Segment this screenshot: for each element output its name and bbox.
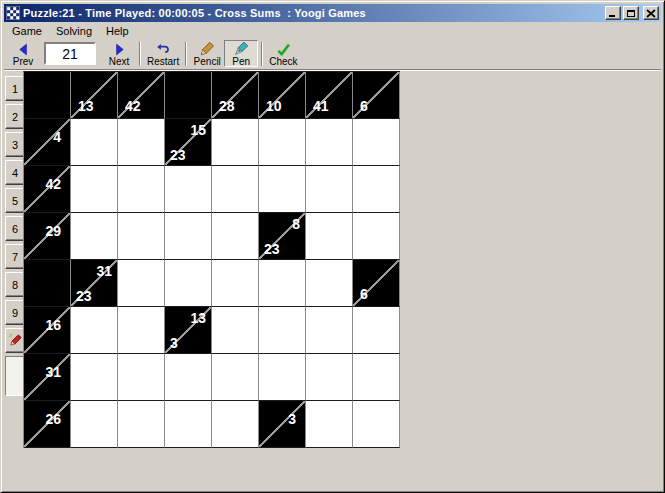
prev-button[interactable]: Prev bbox=[6, 40, 40, 67]
palette-blank-button[interactable] bbox=[5, 356, 25, 396]
grid-cell[interactable] bbox=[306, 401, 353, 448]
palette-button-1[interactable]: 1 bbox=[5, 76, 25, 101]
grid-cell[interactable] bbox=[118, 166, 165, 213]
menu-bar: Game Solving Help bbox=[4, 22, 661, 39]
menu-help[interactable]: Help bbox=[99, 23, 136, 39]
grid-cell[interactable] bbox=[353, 401, 400, 448]
maximize-icon bbox=[627, 10, 635, 17]
palette-button-3[interactable]: 3 bbox=[5, 132, 25, 157]
grid-clue-cell: 13 bbox=[71, 72, 118, 119]
across-clue: 42 bbox=[45, 177, 61, 191]
close-button[interactable] bbox=[643, 6, 659, 20]
check-button[interactable]: Check bbox=[266, 40, 300, 67]
grid-black-cell bbox=[24, 72, 71, 119]
pencil-button[interactable]: Pencil bbox=[190, 40, 224, 67]
grid-clue-cell: 3123 bbox=[71, 260, 118, 307]
grid-cell[interactable] bbox=[165, 354, 212, 401]
grid-cell[interactable] bbox=[353, 166, 400, 213]
grid-clue-cell: 29 bbox=[24, 213, 71, 260]
palette-button-8[interactable]: 8 bbox=[5, 272, 25, 297]
down-clue: 3 bbox=[170, 336, 178, 350]
grid-cell[interactable] bbox=[71, 213, 118, 260]
grid-cell[interactable] bbox=[306, 307, 353, 354]
grid-cell[interactable] bbox=[212, 307, 259, 354]
minimize-button[interactable] bbox=[605, 6, 621, 20]
grid-cell[interactable] bbox=[353, 354, 400, 401]
grid-cell[interactable] bbox=[118, 307, 165, 354]
toolbar-separator bbox=[139, 42, 141, 66]
across-clue: 13 bbox=[190, 311, 206, 325]
grid-cell[interactable] bbox=[71, 401, 118, 448]
menu-solving[interactable]: Solving bbox=[49, 23, 99, 39]
grid-clue-cell: 31 bbox=[24, 354, 71, 401]
grid-cell[interactable] bbox=[259, 307, 306, 354]
palette-button-6[interactable]: 6 bbox=[5, 216, 25, 241]
grid-cell[interactable] bbox=[71, 354, 118, 401]
grid-cell[interactable] bbox=[353, 119, 400, 166]
grid-clue-cell: 4 bbox=[24, 119, 71, 166]
across-clue: 29 bbox=[45, 224, 61, 238]
grid-cell[interactable] bbox=[71, 307, 118, 354]
grid-black-cell bbox=[24, 260, 71, 307]
toolbar-separator bbox=[185, 42, 187, 66]
grid-cell[interactable] bbox=[306, 119, 353, 166]
down-clue: 42 bbox=[125, 99, 141, 113]
red-pencil-icon bbox=[8, 333, 23, 348]
grid-cell[interactable] bbox=[306, 354, 353, 401]
grid-cell[interactable] bbox=[212, 166, 259, 213]
grid-cell[interactable] bbox=[212, 354, 259, 401]
title-bar: Puzzle:21 - Time Played: 00:00:05 - Cros… bbox=[4, 4, 661, 22]
down-clue: 23 bbox=[264, 242, 280, 256]
grid-cell[interactable] bbox=[118, 119, 165, 166]
grid-cell[interactable] bbox=[212, 260, 259, 307]
grid-clue-cell: 42 bbox=[24, 166, 71, 213]
across-clue: 15 bbox=[190, 123, 206, 137]
grid-cell[interactable] bbox=[306, 166, 353, 213]
across-clue: 31 bbox=[96, 264, 112, 278]
palette-pencil-button[interactable] bbox=[5, 328, 25, 353]
grid-cell[interactable] bbox=[259, 354, 306, 401]
grid-cell[interactable] bbox=[118, 213, 165, 260]
grid-cell[interactable] bbox=[353, 307, 400, 354]
grid-cell[interactable] bbox=[212, 119, 259, 166]
minimize-icon bbox=[609, 15, 615, 17]
palette-button-7[interactable]: 7 bbox=[5, 244, 25, 269]
grid-cell[interactable] bbox=[353, 213, 400, 260]
across-clue: 4 bbox=[53, 130, 61, 144]
palette-button-9[interactable]: 9 bbox=[5, 300, 25, 325]
down-clue: 13 bbox=[78, 99, 94, 113]
menu-game[interactable]: Game bbox=[5, 23, 49, 39]
grid-cell[interactable] bbox=[212, 401, 259, 448]
blue-left-triangle-icon bbox=[17, 40, 30, 56]
next-button[interactable]: Next bbox=[102, 40, 136, 67]
down-clue: 23 bbox=[76, 289, 92, 303]
palette-button-5[interactable]: 5 bbox=[5, 188, 25, 213]
puzzle-number-input[interactable] bbox=[44, 42, 96, 65]
across-clue: 16 bbox=[45, 318, 61, 332]
grid-cell[interactable] bbox=[118, 260, 165, 307]
grid-cell[interactable] bbox=[306, 260, 353, 307]
grid-cell[interactable] bbox=[259, 119, 306, 166]
grid-cell[interactable] bbox=[165, 213, 212, 260]
grid-cell[interactable] bbox=[165, 401, 212, 448]
grid-cell[interactable] bbox=[71, 119, 118, 166]
maximize-button[interactable] bbox=[623, 6, 639, 20]
restart-button[interactable]: Restart bbox=[144, 40, 182, 67]
pen-button[interactable]: Pen bbox=[224, 40, 258, 67]
grid-cell[interactable] bbox=[259, 260, 306, 307]
grid-cell[interactable] bbox=[306, 213, 353, 260]
blue-right-triangle-icon bbox=[113, 40, 126, 56]
teal-pen-icon bbox=[234, 41, 249, 56]
grid-cell[interactable] bbox=[259, 166, 306, 213]
palette-button-4[interactable]: 4 bbox=[5, 160, 25, 185]
grid-cell[interactable] bbox=[71, 166, 118, 213]
grid-cell[interactable] bbox=[118, 354, 165, 401]
palette-button-2[interactable]: 2 bbox=[5, 104, 25, 129]
across-clue: 31 bbox=[45, 365, 61, 379]
puzzle-grid: 13422810416415234229823312361613331263 bbox=[23, 71, 400, 448]
grid-cell[interactable] bbox=[212, 213, 259, 260]
grid-cell[interactable] bbox=[118, 401, 165, 448]
grid-cell[interactable] bbox=[165, 260, 212, 307]
across-clue: 8 bbox=[292, 217, 300, 231]
grid-cell[interactable] bbox=[165, 166, 212, 213]
